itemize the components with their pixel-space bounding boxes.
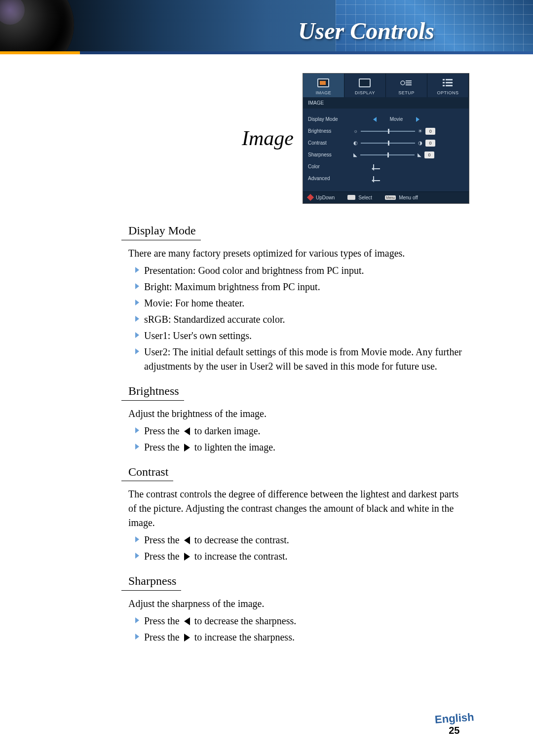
list-text: Press the to decrease the sharpness. (144, 614, 296, 628)
bullet-icon (135, 267, 139, 273)
section-title: Image (242, 126, 294, 150)
osd-tab-label: IMAGE (303, 90, 344, 95)
bullet-icon (135, 427, 139, 433)
list-text: Press the to lighten the image. (144, 440, 275, 454)
osd-row-contrast[interactable]: Contrast ◐ ◑ 0 (308, 137, 464, 149)
content-body: Display Mode There are many factory pres… (128, 222, 469, 653)
osd-label: Brightness (308, 128, 353, 134)
intro-text: The contrast controls the degree of diff… (128, 487, 469, 530)
svg-rect-2 (406, 82, 412, 83)
bullet-icon (135, 348, 139, 354)
page-title: User Controls (298, 17, 434, 44)
lens-decor (0, 0, 74, 54)
list-item: User1: User's own settings. (135, 329, 469, 343)
svg-rect-6 (443, 82, 445, 83)
list-text: sRGB: Standardized accurate color. (144, 312, 285, 327)
osd-tab-options[interactable]: OPTIONS (427, 74, 469, 97)
arrow-left-icon[interactable] (373, 117, 377, 122)
enter-icon (373, 164, 380, 169)
osd-menu: IMAGE DISPLAY SETUP OPTIONS IMAGE Displa… (303, 73, 469, 204)
updown-icon (307, 194, 314, 201)
heading-brightness: Brightness (121, 382, 184, 401)
svg-rect-4 (443, 79, 445, 80)
bullet-icon (135, 300, 139, 305)
bullet-icon (135, 316, 139, 322)
svg-rect-1 (406, 80, 412, 81)
intro-text: Adjust the sharpness of the image. (128, 597, 469, 611)
sun-icon: ☼ (353, 128, 358, 134)
list-text: Press the to increase the contrast. (144, 549, 287, 564)
osd-label: Sharpness (308, 152, 353, 157)
osd-footer: UpDown Select Menu Menu off (303, 191, 469, 203)
osd-label: Display Mode (308, 116, 353, 122)
list-text: User2: The initial default settings of t… (144, 345, 469, 374)
osd-row-sharpness[interactable]: Sharpness ◣ ◣ 0 (308, 149, 464, 161)
osd-slider[interactable] (360, 154, 415, 155)
intro-text: There are many factory presets optimized… (128, 246, 469, 261)
heading-sharpness: Sharpness (121, 572, 181, 591)
list-item: Presentation: Good color and brightness … (135, 264, 469, 278)
sharpness-icon: ◣ (418, 152, 421, 157)
osd-row-advanced[interactable]: Advanced (308, 173, 464, 185)
bullet-icon (135, 444, 139, 450)
subsection-display-mode: Display Mode There are many factory pres… (128, 222, 469, 374)
osd-row-color[interactable]: Color (308, 161, 464, 173)
subsection-brightness: Brightness Adjust the brightness of the … (128, 382, 469, 454)
svg-point-0 (401, 81, 405, 85)
osd-tab-display[interactable]: DISPLAY (344, 74, 386, 97)
osd-row-brightness[interactable]: Brightness ☼ ☀ 0 (308, 125, 464, 137)
list-text: Press the to darken image. (144, 424, 261, 438)
heading-display-mode: Display Mode (121, 222, 201, 240)
display-icon (359, 78, 371, 87)
enter-key-icon (347, 195, 355, 200)
osd-tab-label: DISPLAY (344, 90, 385, 95)
osd-slider[interactable] (361, 143, 415, 144)
list-item: Press the to decrease the sharpness. (135, 614, 469, 628)
osd-footer-updown: UpDown (316, 195, 335, 200)
arrow-right-icon (184, 444, 190, 452)
svg-rect-3 (406, 84, 412, 85)
osd-tab-setup[interactable]: SETUP (386, 74, 427, 97)
osd-tab-label: SETUP (386, 90, 427, 95)
sun-icon: ☀ (418, 128, 422, 134)
image-section-row: Image IMAGE DISPLAY SETUP OPTIONS IMAGE (242, 64, 469, 212)
osd-label: Contrast (308, 140, 353, 146)
subsection-sharpness: Sharpness Adjust the sharpness of the im… (128, 572, 469, 644)
osd-num: 0 (425, 128, 435, 135)
list-item: User2: The initial default settings of t… (135, 345, 469, 374)
page-number: 25 (435, 725, 474, 736)
intro-text: Adjust the brightness of the image. (128, 407, 469, 421)
osd-value: Movie (381, 116, 411, 122)
contrast-icon: ◑ (418, 140, 422, 146)
list-item: Press the to darken image. (135, 424, 469, 438)
arrow-right-icon[interactable] (416, 117, 419, 122)
list-text: Press the to increase the sharpness. (144, 630, 295, 644)
page-footer: English 25 (435, 712, 474, 736)
osd-label: Color (308, 164, 353, 169)
list-item: Press the to decrease the contrast. (135, 533, 469, 547)
osd-slider[interactable] (361, 131, 415, 132)
osd-label: Advanced (308, 176, 353, 181)
list-item: sRGB: Standardized accurate color. (135, 312, 469, 327)
osd-row-display-mode[interactable]: Display Mode Movie (308, 113, 464, 125)
list-item: Bright: Maximum brightness from PC input… (135, 280, 469, 294)
bullet-icon (135, 332, 139, 338)
bullet-icon (135, 553, 139, 559)
osd-tabs: IMAGE DISPLAY SETUP OPTIONS (303, 74, 469, 97)
arrow-right-icon (184, 553, 190, 561)
header-stripe-decor (0, 51, 533, 54)
language-label: English (434, 711, 474, 726)
header-banner: User Controls (0, 0, 533, 54)
arrow-right-icon (184, 634, 190, 642)
list-text: Bright: Maximum brightness from PC input… (144, 280, 320, 294)
contrast-icon: ◐ (353, 140, 358, 146)
heading-contrast: Contrast (121, 463, 173, 482)
svg-rect-8 (443, 85, 445, 86)
options-icon (443, 78, 453, 87)
enter-icon (373, 176, 380, 181)
list-text: Press the to decrease the contrast. (144, 533, 289, 547)
osd-tab-image[interactable]: IMAGE (303, 74, 344, 97)
setup-icon (400, 78, 413, 87)
list-item: Movie: For home theater. (135, 296, 469, 310)
list-item: Press the to increase the contrast. (135, 549, 469, 564)
